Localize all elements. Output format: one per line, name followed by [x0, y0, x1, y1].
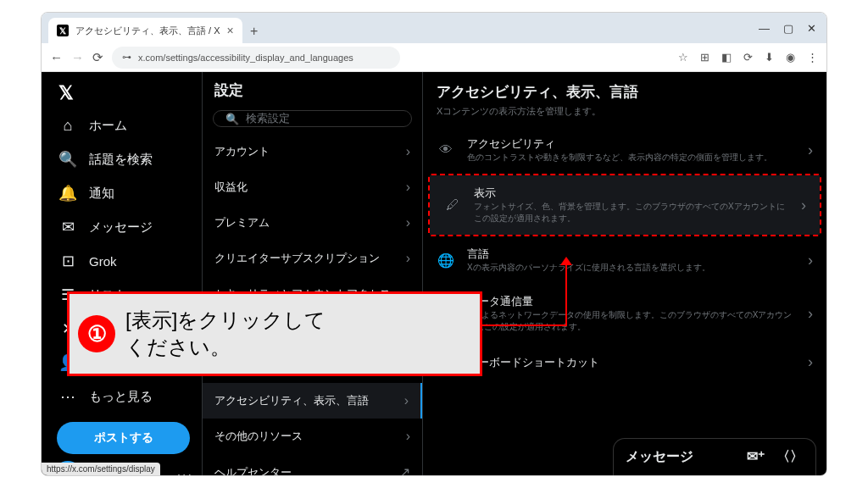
nav-explore[interactable]: 🔍話題を検索 — [50, 142, 197, 176]
detail-data-usage[interactable]: 📶 データ通信量Xによるネットワークデータの使用を制限します。このブラウザのすべ… — [423, 284, 826, 343]
nav-home[interactable]: ⌂ホーム — [50, 109, 197, 142]
home-icon: ⌂ — [58, 117, 77, 135]
site-info-icon[interactable]: ⊶ — [122, 52, 131, 63]
nav-messages[interactable]: ✉メッセージ — [50, 210, 197, 244]
messages-dock[interactable]: メッセージ ✉⁺ 〈〉 — [613, 438, 816, 475]
chevron-right-icon: › — [808, 141, 813, 159]
puzzle-icon[interactable]: ⊞ — [700, 51, 709, 64]
minimize-icon[interactable]: — — [759, 22, 770, 35]
settings-help-center[interactable]: ヘルプセンター↗ — [203, 454, 422, 475]
settings-title: 設定 — [203, 72, 422, 107]
forward-icon[interactable]: → — [71, 50, 84, 64]
chevron-right-icon: › — [404, 393, 409, 408]
chevron-right-icon: › — [406, 429, 410, 444]
profile-icon[interactable]: ◉ — [786, 51, 795, 64]
settings-detail: アクセシビリティ、表示、言語 Xコンテンツの表示方法を管理します。 👁 アクセシ… — [423, 72, 826, 475]
chevron-right-icon: › — [406, 180, 410, 195]
star-icon[interactable]: ☆ — [678, 51, 688, 64]
grok-icon: ⊡ — [58, 252, 77, 270]
window-controls: — ▢ ✕ — [759, 13, 826, 43]
expand-icon[interactable]: 〈〉 — [776, 448, 804, 466]
chevron-right-icon: › — [808, 353, 813, 371]
bell-icon: 🔔 — [58, 184, 77, 202]
chevron-right-icon: › — [406, 251, 410, 266]
detail-language[interactable]: 🌐 言語Xの表示内容のパーソナライズに使用される言語を選択します。 › — [423, 236, 826, 284]
annotation-arrow-line — [565, 262, 567, 326]
download-icon[interactable]: ⬇ — [765, 51, 774, 64]
pen-icon: 🖊 — [443, 197, 462, 213]
search-icon: 🔍 — [225, 113, 239, 125]
back-icon[interactable]: ← — [50, 50, 63, 64]
chevron-right-icon: › — [808, 305, 813, 323]
tab-strip: 𝕏 アクセシビリティ、表示、言語 / X × + — ▢ ✕ — [42, 13, 826, 43]
address-bar: ← → ⟳ ⊶ x.com/settings/accessibility_dis… — [42, 43, 826, 72]
x-favicon: 𝕏 — [57, 25, 69, 36]
messages-label: メッセージ — [626, 448, 693, 466]
browser-tab[interactable]: 𝕏 アクセシビリティ、表示、言語 / X × — [48, 18, 242, 43]
maximize-icon[interactable]: ▢ — [783, 22, 793, 35]
settings-monetization[interactable]: 収益化› — [203, 169, 422, 205]
detail-display[interactable]: 🖊 表示フォントサイズ、色、背景を管理します。このブラウザのすべてのXアカウント… — [430, 175, 820, 235]
translate-icon[interactable]: ◧ — [721, 51, 732, 64]
annotation-number: ① — [78, 315, 115, 352]
new-message-icon[interactable]: ✉⁺ — [747, 448, 765, 466]
account-more-icon[interactable]: ··· — [177, 468, 193, 475]
detail-title: アクセシビリティ、表示、言語 — [423, 77, 826, 105]
new-tab-button[interactable]: + — [242, 19, 266, 43]
envelope-icon: ✉ — [58, 218, 77, 236]
tab-title: アクセシビリティ、表示、言語 / X — [75, 25, 220, 37]
url-field[interactable]: ⊶ x.com/settings/accessibility_display_a… — [112, 47, 400, 69]
status-bar: https://x.com/settings/display — [42, 463, 160, 475]
nav-grok[interactable]: ⊡Grok — [50, 244, 197, 278]
post-button[interactable]: ポストする — [57, 422, 190, 454]
globe-icon: 🌐 — [437, 252, 455, 269]
more-icon: ⋯ — [58, 387, 77, 406]
browser-window: 𝕏 アクセシビリティ、表示、言語 / X × + — ▢ ✕ ← → ⟳ ⊶ x… — [41, 12, 827, 476]
chevron-right-icon: › — [406, 215, 410, 230]
nav-notifications[interactable]: 🔔通知 — [50, 176, 197, 210]
settings-other-resources[interactable]: その他のリソース› — [203, 419, 422, 454]
search-placeholder: 検索設定 — [246, 111, 290, 126]
page-content: 𝕏 ⌂ホーム 🔍話題を検索 🔔通知 ✉メッセージ ⊡Grok ☰リスト ✕プレミ… — [42, 72, 826, 475]
menu-icon[interactable]: ⋮ — [807, 51, 818, 64]
chevron-right-icon: › — [808, 252, 813, 269]
annotation-text: [表示]をクリックして ください。 — [125, 307, 326, 362]
external-icon: ↗ — [399, 464, 410, 475]
settings-accessibility-display-lang[interactable]: アクセシビリティ、表示、言語› — [203, 383, 422, 419]
search-settings-input[interactable]: 🔍 検索設定 — [213, 110, 412, 127]
detail-accessibility[interactable]: 👁 アクセシビリティ色のコントラストや動きを制限するなど、表示内容の特定の側面を… — [423, 126, 826, 174]
highlight-display-item: 🖊 表示フォントサイズ、色、背景を管理します。このブラウザのすべてのXアカウント… — [428, 174, 821, 236]
settings-list: 設定 🔍 検索設定 アカウント› 収益化› プレミアム› クリエイターサブスクリ… — [203, 72, 423, 475]
annotation-overlay: ① [表示]をクリックして ください。 — [67, 291, 482, 376]
extensions-icon[interactable]: ⟳ — [743, 51, 753, 64]
search-icon: 🔍 — [58, 150, 77, 169]
close-window-icon[interactable]: ✕ — [807, 22, 816, 35]
detail-keyboard-shortcuts[interactable]: キーボードショートカット › — [423, 343, 826, 381]
settings-premium[interactable]: プレミアム› — [203, 205, 422, 241]
chevron-right-icon: › — [406, 144, 410, 159]
detail-subtitle: Xコンテンツの表示方法を管理します。 — [423, 105, 826, 126]
x-logo[interactable]: 𝕏 — [50, 77, 197, 109]
close-tab-icon[interactable]: × — [227, 24, 234, 37]
left-sidebar: 𝕏 ⌂ホーム 🔍話題を検索 🔔通知 ✉メッセージ ⊡Grok ☰リスト ✕プレミ… — [42, 72, 203, 475]
url-text: x.com/settings/accessibility_display_and… — [138, 53, 353, 63]
nav-more[interactable]: ⋯もっと見る — [50, 380, 197, 413]
eye-off-icon: 👁 — [437, 142, 455, 158]
annotation-arrow-connector — [482, 324, 567, 326]
reload-icon[interactable]: ⟳ — [92, 50, 103, 65]
settings-creator-sub[interactable]: クリエイターサブスクリプション› — [203, 241, 422, 276]
chevron-right-icon: › — [801, 197, 806, 214]
settings-account[interactable]: アカウント› — [203, 134, 422, 169]
